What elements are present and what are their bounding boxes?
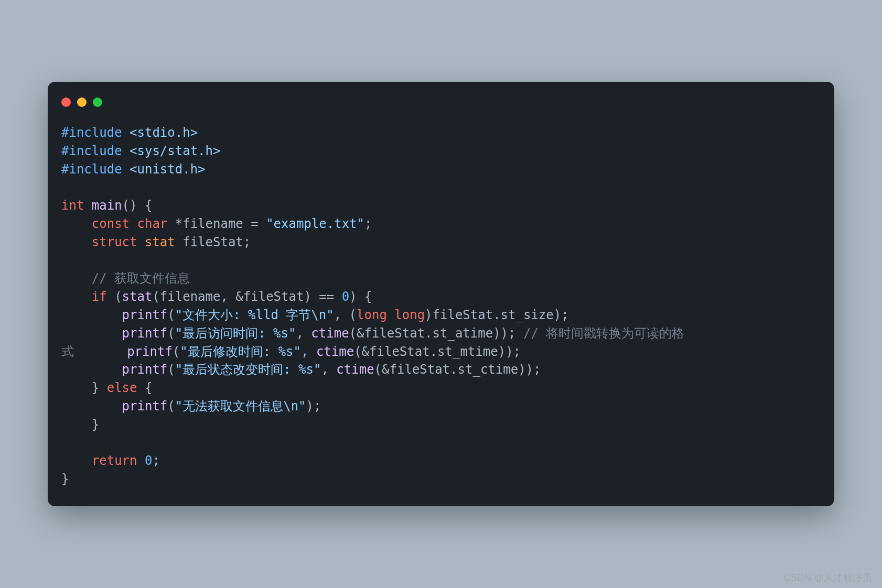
code-token: 0 [145,453,152,468]
code-token [387,308,394,322]
code-token: ctime [336,362,374,377]
code-line: struct stat fileStat; [61,233,821,252]
code-token: ( [167,308,175,322]
code-token: printf [122,362,168,377]
code-token: char [137,216,168,231]
code-token: (&fileStat.st_atime)); [349,326,523,341]
code-token: <stdio.h> [130,125,198,140]
code-token: struct [92,235,137,249]
code-token: return [92,453,137,468]
zoom-icon[interactable] [93,97,102,107]
code-token: (&fileStat.st_ctime)); [374,362,541,377]
code-token: const [92,216,130,231]
code-line: } [61,470,821,488]
code-line: const char *filename = "example.txt"; [61,215,821,233]
code-window: #include <stdio.h>#include <sys/stat.h>#… [48,82,834,506]
code-line: #include <sys/stat.h> [61,142,821,160]
code-token: } [61,472,69,486]
code-token [122,144,130,158]
code-token [130,216,137,231]
code-token: #include [61,125,122,140]
code-token [61,235,92,249]
code-token: "最后访问时间: %s" [175,326,296,341]
code-token: ( [167,326,175,341]
code-token: long [394,308,425,322]
close-icon[interactable] [61,97,71,107]
code-token: #include [61,144,122,158]
code-token: "最后状态改变时间: %s" [175,362,321,377]
code-line: #include <stdio.h> [61,124,821,142]
minimize-icon[interactable] [77,97,87,107]
watermark-text: CSDN @人才程序员 [783,571,873,584]
code-token: } [61,417,99,432]
code-block: #include <stdio.h>#include <sys/stat.h>#… [48,111,834,488]
code-token: #include [61,162,122,177]
code-token: // 将时间戳转换为可读的格 [523,326,684,341]
code-token [61,308,122,322]
code-token: , ( [334,308,357,322]
code-token: "最后修改时间: %s" [180,344,301,359]
code-token [61,289,92,304]
code-token: ; [152,453,159,468]
code-token [61,453,92,468]
code-line: printf("最后状态改变时间: %s", ctime(&fileStat.s… [61,361,821,379]
code-token: printf [127,344,173,359]
code-token: ; [364,216,372,231]
code-token [61,399,122,413]
code-token: ctime [316,344,354,359]
code-token: int [61,198,84,213]
code-line: printf("最后访问时间: %s", ctime(&fileStat.st_… [61,324,821,343]
window-titlebar [48,82,834,111]
code-token: , [321,362,336,377]
code-token: ( [167,399,175,413]
code-line: #include <unistd.h> [61,160,821,179]
code-token: "文件大小: %lld 字节\n" [175,308,334,322]
code-token: ( [167,362,175,377]
code-token: , [296,326,311,341]
code-line: return 0; [61,452,821,470]
code-token: ctime [311,326,349,341]
code-line [61,178,821,197]
code-line [61,252,821,270]
code-token [122,162,130,177]
code-token: "example.txt" [266,216,364,231]
code-token [61,326,122,341]
code-token: fileStat; [175,235,251,249]
code-token: )fileStat.st_size); [425,308,569,322]
code-token: ( [107,289,122,304]
code-token: "无法获取文件信息\n" [175,399,306,413]
code-token: , [301,344,316,359]
code-token [61,271,92,286]
code-token [137,235,145,249]
code-token: else [107,380,137,395]
code-token: ) { [349,289,372,304]
code-token: stat [145,235,175,249]
code-token: ); [306,399,321,413]
code-token [122,125,130,140]
code-token [84,198,91,213]
code-line: 式 printf("最后修改时间: %s", ctime(&fileStat.s… [61,343,821,361]
code-token [74,344,127,359]
code-token: <unistd.h> [130,162,206,177]
code-token: if [92,289,107,304]
code-token: long [357,308,387,322]
code-token [61,362,122,377]
code-token: printf [122,399,168,413]
code-token: printf [122,326,168,341]
code-line: printf("无法获取文件信息\n"); [61,397,821,416]
code-token: main [92,198,122,213]
code-token: { [137,380,153,395]
code-token: 式 [61,344,74,359]
code-token: (filename, &fileStat) == [152,289,341,304]
code-line [61,434,821,452]
code-line: } else { [61,379,821,397]
code-token [61,216,92,231]
code-line: int main() { [61,197,821,215]
code-line: printf("文件大小: %lld 字节\n", (long long)fil… [61,306,821,324]
code-token: () { [122,198,153,213]
code-line: if (stat(filename, &fileStat) == 0) { [61,288,821,306]
code-line: // 获取文件信息 [61,269,821,288]
code-token: printf [122,308,168,322]
code-token: stat [122,289,153,304]
code-token: } [61,380,107,395]
